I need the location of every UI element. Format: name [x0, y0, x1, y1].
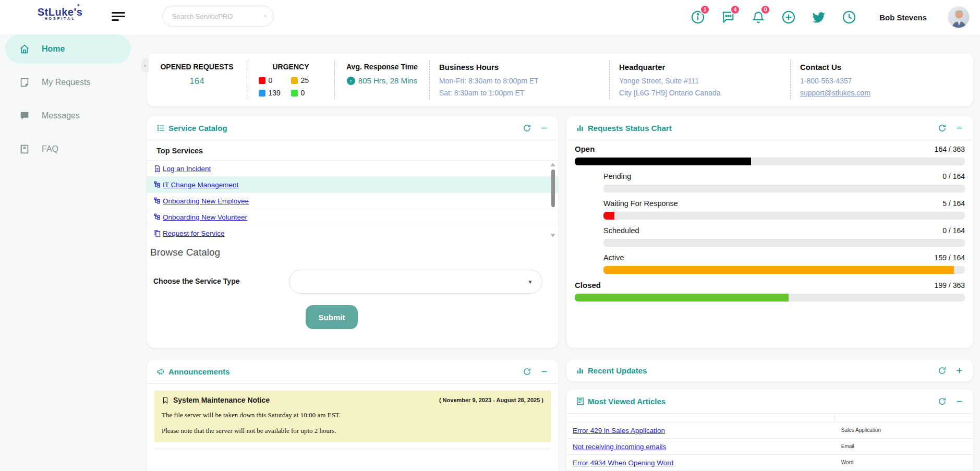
service-link-it-change-management[interactable]: IT Change Management [153, 181, 238, 189]
refresh-icon[interactable] [938, 124, 947, 132]
sidebar-item-my-requests[interactable]: My Requests [5, 68, 131, 97]
announcements-panel: Announcements System Maintenance Notice … [147, 359, 558, 471]
expand-plus-icon[interactable] [955, 366, 964, 375]
notice-title: System Maintenance Notice [173, 396, 270, 404]
urgency-stat: URGENCY 0 25 139 0 [247, 61, 335, 99]
stat-label: Headquarter [619, 63, 781, 71]
collapse-minus-icon[interactable] [540, 124, 549, 132]
refresh-icon[interactable] [938, 397, 947, 406]
opened-requests-stat: OPENED REQUESTS 164 [147, 61, 247, 99]
status-row-active: Active159 / 164 [575, 253, 965, 274]
notice-body-line1: The file server will be taken down this … [162, 411, 543, 419]
search-input[interactable] [172, 13, 264, 20]
sidebar-item-label: FAQ [42, 144, 58, 154]
twitter-icon[interactable] [812, 10, 826, 25]
browse-catalog-heading: Browse Catalog [147, 241, 558, 260]
collapse-minus-icon[interactable] [955, 397, 964, 406]
refresh-icon[interactable] [938, 366, 947, 375]
bar-chart-icon [576, 366, 585, 375]
sidebar-item-messages[interactable]: Messages [5, 101, 131, 130]
service-link-log-incident[interactable]: Log an Incident [153, 165, 211, 173]
message-bubble-icon [19, 110, 30, 122]
maintenance-notice: System Maintenance Notice ( November 9, … [154, 391, 551, 442]
service-row-highlighted: IT Change Management [147, 177, 558, 193]
hospital-logo[interactable]: StLuke's ✶ HOSPITAL [31, 6, 89, 20]
sidebar-nav: Home My Requests Messages FAQ [0, 34, 138, 471]
urgency-low: 0 [291, 89, 323, 97]
megaphone-icon [156, 367, 165, 376]
collapse-minus-icon[interactable] [955, 124, 964, 132]
sidebar-item-label: Home [42, 44, 65, 54]
notifications-bell-icon[interactable]: 0 [751, 10, 766, 25]
info-icon[interactable]: 1 [691, 10, 705, 25]
sidebar-item-faq[interactable]: FAQ [5, 135, 131, 164]
contact-stat: Contact Us 1-800-563-4357 support@stluke… [791, 61, 973, 99]
progress-fill [575, 294, 789, 301]
copy-document-icon [153, 230, 161, 237]
article-link[interactable]: Not receiving incoming emails [573, 443, 666, 451]
contact-email-link[interactable]: support@stlukes.com [800, 89, 870, 97]
article-link[interactable]: Error 429 in Sales Application [573, 427, 665, 434]
info-badge: 1 [700, 5, 710, 15]
articles-header-row [566, 414, 973, 422]
panel-title: Requests Status Chart [588, 124, 672, 132]
submit-button[interactable]: Submit [306, 305, 358, 329]
panel-title: Recent Updates [588, 366, 647, 375]
user-avatar[interactable] [948, 6, 970, 28]
top-header: StLuke's ✶ HOSPITAL 1 4 0 Bob Stevens [0, 0, 980, 34]
articles-table: Error 429 in Sales Application Sales App… [566, 414, 973, 471]
service-row: Log an Incident [147, 161, 558, 177]
stats-bar: OPENED REQUESTS 164 URGENCY 0 25 139 0 A… [147, 53, 973, 106]
panel-title: Most Viewed Articles [588, 397, 666, 406]
urgency-swatch-blue [259, 90, 265, 96]
panel-collapse-tab[interactable]: ‹ [141, 58, 149, 72]
search-icon[interactable] [264, 12, 267, 20]
add-request-icon[interactable] [781, 10, 796, 25]
collapse-minus-icon[interactable] [540, 367, 549, 376]
service-link-request-for-service[interactable]: Request for Service [153, 230, 225, 237]
top-services-list: Log an Incident IT Change Management Onb… [147, 160, 558, 241]
urgency-swatch-yellow [291, 77, 298, 84]
scrollbar-thumb[interactable] [551, 170, 555, 207]
article-category: Email [835, 438, 973, 454]
service-type-select[interactable]: ▼ [289, 270, 542, 294]
notifications-badge: 0 [760, 5, 770, 15]
faq-book-icon [19, 143, 30, 155]
refresh-icon[interactable] [523, 124, 531, 132]
arrow-up-icon: ↑ [347, 77, 355, 85]
home-icon [19, 43, 30, 55]
panel-title: Service Catalog [168, 124, 227, 132]
history-clock-icon[interactable] [842, 10, 856, 25]
service-type-label: Choose the Service Type [153, 277, 239, 285]
service-row: Request for Service [147, 225, 558, 241]
urgency-high: 25 [291, 76, 323, 84]
refresh-icon[interactable] [523, 367, 531, 376]
progress-fill [603, 212, 614, 220]
service-catalog-panel: Service Catalog Top Services Log an Inci… [147, 116, 558, 348]
user-name[interactable]: Bob Stevens [879, 13, 927, 22]
scroll-up-arrow[interactable] [550, 163, 555, 166]
article-row: Error 429 in Sales Application Sales App… [566, 422, 973, 438]
most-viewed-articles-panel: Most Viewed Articles Error 429 in Sales … [566, 389, 973, 471]
chat-icon[interactable]: 4 [721, 10, 735, 25]
logo-text: StLuke's [31, 6, 89, 18]
scroll-down-arrow[interactable] [550, 234, 555, 237]
progress-fill [603, 266, 954, 274]
article-link[interactable]: Error 4934 When Opening Word [573, 459, 673, 467]
hq-street: Yonge Street, Suite #111 [619, 77, 781, 85]
urgency-critical: 0 [259, 76, 291, 84]
workflow-icon [153, 181, 161, 189]
hours-saturday: Sat: 8:30am to 1:00pm ET [439, 89, 600, 97]
business-hours-stat: Business Hours Mon-Fri: 8:30am to 8:00pm… [430, 61, 610, 99]
article-icon [576, 397, 585, 406]
avg-response-stat: Avg. Response Time ↑805 Hrs, 28 Mins [335, 61, 430, 99]
status-row-scheduled: Scheduled0 / 164 [575, 226, 965, 247]
menu-toggle-icon[interactable] [112, 12, 126, 22]
sidebar-item-home[interactable]: Home [5, 34, 131, 64]
global-search [162, 6, 274, 27]
service-link-onboarding-employee[interactable]: Onboarding New Employee [153, 197, 249, 205]
status-row-closed: Closed199 / 363 [575, 281, 965, 301]
opened-requests-value: 164 [189, 76, 204, 87]
services-scrollbar[interactable] [550, 163, 556, 228]
service-link-onboarding-volunteer[interactable]: Onboarding New Volunteer [153, 213, 247, 221]
